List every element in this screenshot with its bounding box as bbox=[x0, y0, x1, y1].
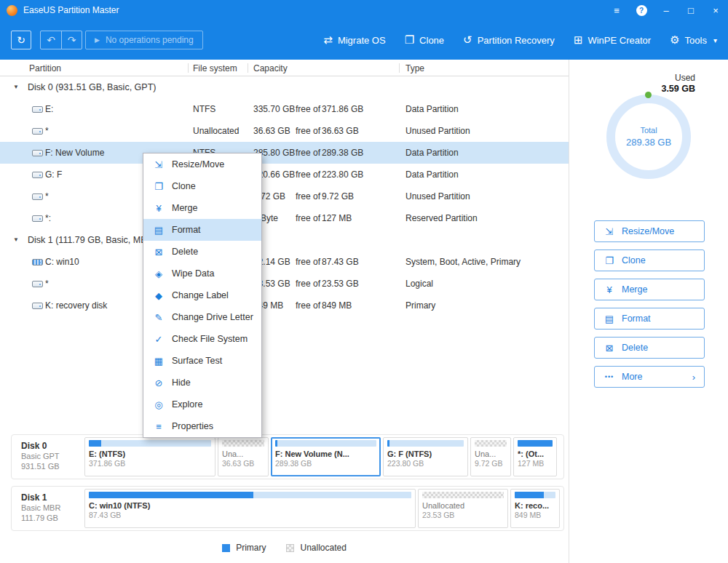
segment-unallocated[interactable]: Una... 36.63 GB bbox=[218, 437, 269, 476]
partition-type: Data Partition bbox=[405, 164, 459, 185]
segment-reserved[interactable]: *: (Ot... 127 MB bbox=[513, 437, 557, 476]
menu-item-explore[interactable]: ◎Explore bbox=[143, 394, 261, 415]
properties-icon: ≡ bbox=[153, 421, 165, 432]
menu-item-format[interactable]: ▤Format bbox=[143, 219, 261, 241]
segment-c[interactable]: C: win10 (NTFS) 87.43 GB bbox=[84, 489, 416, 528]
delete-button[interactable]: ⊠Delete bbox=[594, 337, 705, 359]
partition-name: E: bbox=[45, 98, 53, 120]
redo-button[interactable]: ↷ bbox=[61, 31, 82, 49]
segment-label: K: reco... bbox=[515, 501, 555, 510]
primary-swatch-icon bbox=[222, 544, 230, 552]
collapse-arrow-icon[interactable]: ▼ bbox=[13, 229, 19, 251]
trash-icon: ⊠ bbox=[604, 343, 615, 354]
menu-item-clone[interactable]: ❐Clone bbox=[143, 175, 261, 197]
menu-icon[interactable]: ≡ bbox=[604, 0, 629, 20]
minimize-button[interactable]: – bbox=[654, 0, 678, 20]
menu-item-hide[interactable]: ⊘Hide bbox=[143, 372, 261, 394]
disk-row[interactable]: ▼ Disk 1 (111.79 GB, Basic, MBR) bbox=[0, 229, 569, 251]
column-file-system: File system bbox=[193, 63, 237, 73]
usage-bar bbox=[475, 440, 507, 447]
merge-icon: ¥ bbox=[153, 203, 165, 214]
menu-item-merge[interactable]: ¥Merge bbox=[143, 197, 261, 219]
used-value: 3.59 GB bbox=[661, 84, 695, 95]
partition-row[interactable]: * 23.53 GB free of 23.53 GB Logical bbox=[0, 273, 569, 295]
usage-bar bbox=[275, 440, 376, 447]
partition-row-selected[interactable]: F: New Volume NTFS 285.80 GB free of 289… bbox=[0, 142, 569, 164]
menu-item-label: Properties bbox=[172, 421, 213, 431]
menu-item-properties[interactable]: ≡Properties bbox=[143, 415, 261, 437]
help-icon: ? bbox=[636, 5, 647, 16]
disk-map-disk0: Disk 0 Basic GPT 931.51 GB E: (NTFS) 371… bbox=[11, 434, 564, 479]
segment-e[interactable]: E: (NTFS) 371.86 GB bbox=[84, 437, 215, 476]
clone-button-side[interactable]: ❐Clone bbox=[594, 249, 705, 271]
legend: Primary Unallocated bbox=[0, 543, 569, 553]
segment-k[interactable]: K: reco... 849 MB bbox=[510, 489, 560, 528]
refresh-button[interactable]: ↻ bbox=[11, 31, 31, 49]
tools-icon: ⚙ bbox=[670, 33, 679, 47]
button-label: Clone bbox=[622, 255, 646, 265]
capacity-total: 223.80 GB bbox=[322, 164, 363, 185]
capacity-free-of: free of bbox=[296, 295, 320, 316]
column-divider bbox=[248, 63, 248, 73]
menu-item-wipe-data[interactable]: ◈Wipe Data bbox=[143, 263, 261, 284]
segment-unallocated[interactable]: Una... 9.72 GB bbox=[470, 437, 511, 476]
undo-button[interactable]: ↶ bbox=[41, 31, 61, 49]
button-label: Delete bbox=[622, 343, 648, 353]
winpe-creator-label: WinPE Creator bbox=[587, 35, 651, 46]
menu-item-change-drive-letter[interactable]: ✎Change Drive Letter bbox=[143, 306, 261, 328]
segment-label: C: win10 (NTFS) bbox=[89, 501, 411, 510]
menu-item-resize-move[interactable]: ⇲Resize/Move bbox=[143, 153, 261, 175]
winpe-creator-icon: ⊞ bbox=[574, 33, 583, 47]
partition-row[interactable]: *: 0 Byte free of 127 MB Reserved Partit… bbox=[0, 207, 569, 229]
segment-size: 87.43 GB bbox=[89, 511, 411, 519]
merge-button[interactable]: ¥Merge bbox=[594, 279, 705, 300]
format-button[interactable]: ▤Format bbox=[594, 308, 705, 330]
usage-fill bbox=[387, 440, 389, 447]
maximize-button[interactable]: □ bbox=[678, 0, 703, 20]
more-dots-icon: ••• bbox=[604, 373, 615, 380]
migrate-os-button[interactable]: ⇄ Migrate OS bbox=[323, 33, 385, 47]
close-button[interactable]: × bbox=[703, 0, 728, 20]
partition-recovery-button[interactable]: ↺ Partition Recovery bbox=[463, 33, 555, 47]
menu-item-check-file-system[interactable]: ✓Check File System bbox=[143, 328, 261, 350]
menu-item-surface-test[interactable]: ▦Surface Test bbox=[143, 350, 261, 372]
partition-row[interactable]: E: NTFS 335.70 GB free of 371.86 GB Data… bbox=[0, 98, 569, 120]
partition-row[interactable]: * 9.72 GB free of 9.72 GB Unused Partiti… bbox=[0, 185, 569, 207]
segment-unallocated[interactable]: Unallocated 23.53 GB bbox=[418, 489, 508, 528]
more-button[interactable]: •••More› bbox=[594, 366, 705, 388]
partition-row[interactable]: * Unallocated 36.63 GB free of 36.63 GB … bbox=[0, 120, 569, 142]
menu-item-label: Explore bbox=[172, 399, 202, 410]
clone-label: Clone bbox=[419, 35, 444, 46]
help-button[interactable]: ? bbox=[629, 0, 654, 20]
segment-g[interactable]: G: F (NTFS) 223.80 GB bbox=[383, 437, 468, 476]
partition-row[interactable]: G: F 220.66 GB free of 223.80 GB Data Pa… bbox=[0, 164, 569, 185]
play-icon: ▶ bbox=[95, 36, 100, 44]
toolbar: ↻ ↶ ↷ ▶ No operations pending ⇄ Migrate … bbox=[0, 20, 728, 60]
partition-row[interactable]: K: recovery disk 849 MB free of 849 MB P… bbox=[0, 295, 569, 316]
segment-f-selected[interactable]: F: New Volume (N... 289.38 GB bbox=[271, 437, 381, 476]
usage-bar bbox=[89, 440, 211, 447]
tools-button[interactable]: ⚙ Tools ▾ bbox=[670, 33, 717, 47]
redo-icon: ↷ bbox=[68, 34, 76, 46]
migrate-os-label: Migrate OS bbox=[338, 35, 386, 46]
legend-primary: Primary bbox=[222, 543, 266, 553]
menu-item-delete[interactable]: ⊠Delete bbox=[143, 241, 261, 263]
partition-row[interactable]: C: win10 42.14 GB free of 87.43 GB Syste… bbox=[0, 251, 569, 273]
hide-icon: ⊘ bbox=[153, 378, 165, 388]
collapse-arrow-icon[interactable]: ▼ bbox=[13, 76, 19, 98]
drive-icon bbox=[32, 150, 43, 156]
disk0-label: Disk 0 Basic GPT 931.51 GB bbox=[12, 435, 82, 479]
menu-item-change-label[interactable]: ◆Change Label bbox=[143, 284, 261, 306]
clone-button[interactable]: ❐ Clone bbox=[405, 33, 444, 47]
capacity-total: 9.72 GB bbox=[322, 185, 354, 207]
disk-row[interactable]: ▼ Disk 0 (931.51 GB, Basic, GPT) bbox=[0, 76, 569, 98]
resize-move-button[interactable]: ⇲Resize/Move bbox=[594, 220, 705, 242]
segment-size: 371.86 GB bbox=[89, 459, 211, 468]
winpe-creator-button[interactable]: ⊞ WinPE Creator bbox=[574, 33, 651, 47]
menu-item-label: Check File System bbox=[172, 334, 248, 344]
resize-move-icon: ⇲ bbox=[604, 226, 615, 237]
column-partition: Partition bbox=[29, 63, 61, 73]
pending-operations-button[interactable]: ▶ No operations pending bbox=[85, 31, 203, 49]
capacity-free-of: free of bbox=[296, 120, 320, 142]
usage-fill bbox=[515, 492, 544, 498]
